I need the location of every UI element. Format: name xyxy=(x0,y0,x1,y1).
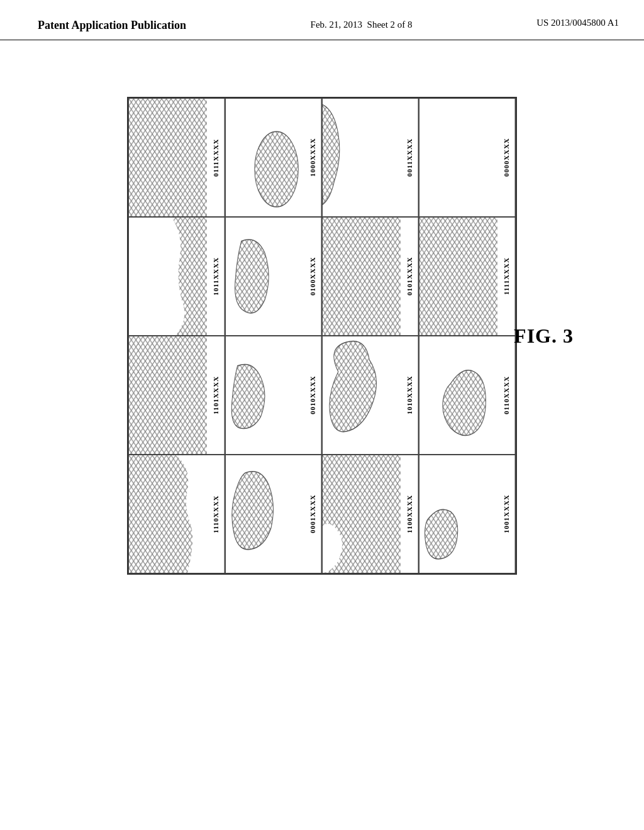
svg-rect-13 xyxy=(419,218,497,335)
cell-3-1: 0001XXXX xyxy=(225,455,322,573)
cell-0-3: 0000XXXX xyxy=(419,98,516,217)
cell-label-3-2: 1100XXXX xyxy=(401,455,418,573)
cell-image-2-1 xyxy=(226,336,304,454)
cell-image-0-2 xyxy=(323,99,401,216)
cell-1-1: 0100XXXX xyxy=(225,217,322,336)
cell-0-0: 0111XXXX xyxy=(128,98,225,217)
cell-image-2-2 xyxy=(323,336,401,454)
cell-image-3-2 xyxy=(323,455,401,573)
cell-image-1-2 xyxy=(323,218,401,335)
cell-grid: 0111XXXX 1000XXXX xyxy=(127,97,517,575)
cell-0-1: 1000XXXX xyxy=(225,98,322,217)
cell-label-2-2: 1010XXXX xyxy=(401,336,418,454)
cell-label-0-2: 0011XXXX xyxy=(401,99,418,216)
publication-label: Patent Application Publication xyxy=(38,18,186,33)
cell-label-0-1: 1000XXXX xyxy=(304,99,321,216)
cell-label-1-1: 0100XXXX xyxy=(304,218,321,335)
cell-label-1-2: 0101XXXX xyxy=(401,218,418,335)
cell-image-0-0 xyxy=(129,99,207,216)
cell-3-3: 1001XXXX xyxy=(419,455,516,573)
cell-image-1-3 xyxy=(419,218,497,335)
cell-image-2-0 xyxy=(129,336,207,454)
cell-0-2: 0011XXXX xyxy=(322,98,419,217)
cell-1-0: 1011XXXX xyxy=(128,217,225,336)
svg-rect-5 xyxy=(129,99,207,216)
cell-image-1-1 xyxy=(226,218,304,335)
cell-label-3-3: 1001XXXX xyxy=(497,455,515,573)
patent-number: US 2013/0045800 A1 xyxy=(536,18,619,28)
cell-1-3: 1111XXXX xyxy=(419,217,516,336)
cell-label-2-0: 1101XXXX xyxy=(207,336,225,454)
cell-image-3-3 xyxy=(419,455,497,573)
svg-point-7 xyxy=(255,132,298,208)
cell-image-2-3 xyxy=(419,336,497,454)
sheet-info: Feb. 21, 2013 Sheet 2 of 8 xyxy=(311,18,413,32)
svg-rect-12 xyxy=(323,218,401,335)
svg-rect-9 xyxy=(419,99,497,216)
cell-label-0-0: 0111XXXX xyxy=(207,99,225,216)
figure-area: 0111XXXX 1000XXXX xyxy=(0,40,644,575)
cell-label-1-0: 1011XXXX xyxy=(207,218,225,335)
cell-image-1-0 xyxy=(129,218,207,335)
cell-label-2-3: 0110XXXX xyxy=(497,336,515,454)
cell-2-3: 0110XXXX xyxy=(419,336,516,455)
cell-3-0: 1110XXXX xyxy=(128,455,225,573)
page-header: Patent Application Publication Feb. 21, … xyxy=(0,0,644,40)
cell-2-0: 1101XXXX xyxy=(128,336,225,455)
cell-image-0-1 xyxy=(226,99,304,216)
figure-wrapper: 0111XXXX 1000XXXX xyxy=(127,97,517,575)
cell-image-3-0 xyxy=(129,455,207,573)
cell-1-2: 0101XXXX xyxy=(322,217,419,336)
cell-label-2-1: 0010XXXX xyxy=(304,336,321,454)
svg-rect-14 xyxy=(129,336,207,454)
cell-2-1: 0010XXXX xyxy=(225,336,322,455)
cell-label-1-3: 1111XXXX xyxy=(497,218,515,335)
cell-image-0-3 xyxy=(419,99,497,216)
cell-3-2: 1100XXXX xyxy=(322,455,419,573)
cell-label-3-0: 1110XXXX xyxy=(207,455,225,573)
cell-image-3-1 xyxy=(226,455,304,573)
cell-2-2: 1010XXXX xyxy=(322,336,419,455)
cell-label-0-3: 0000XXXX xyxy=(497,99,515,216)
figure-label: FIG. 3 xyxy=(514,324,574,348)
cell-label-3-1: 0001XXXX xyxy=(304,455,321,573)
